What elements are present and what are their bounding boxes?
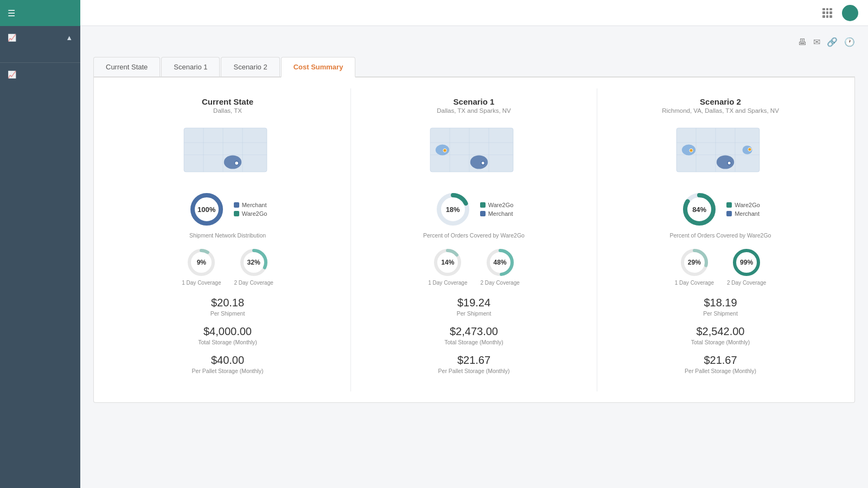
- coverage-1day-caption-1: 1 Day Coverage: [428, 280, 467, 286]
- scenario-title-1: Scenario 1: [364, 97, 584, 106]
- coverage-2day-caption-0: 2 Day Coverage: [234, 280, 273, 286]
- sidebar-item-new-analysis[interactable]: [0, 52, 80, 59]
- sidebar-analysis-icon: 📈: [8, 34, 16, 42]
- svg-point-37: [682, 145, 695, 156]
- coverage-2day-wrap-0: 32% 2 Day Coverage: [234, 247, 273, 286]
- small-donuts-row-2: 29% 1 Day Coverage 99% 2 Day Coverage: [610, 247, 831, 286]
- donut-caption-0: Shipment Network Distribution: [118, 232, 337, 239]
- legend-swatch: [234, 202, 239, 208]
- tab-cost-summary[interactable]: Cost Summary: [281, 57, 356, 78]
- coverage-2day-donut-1: 48%: [485, 247, 515, 278]
- legend-item: Merchant: [234, 202, 267, 208]
- coverage-1day-donut-2: 29%: [679, 247, 710, 278]
- legend-label: Ware2Go: [735, 202, 760, 208]
- coverage-1day-caption-0: 1 Day Coverage: [182, 280, 221, 286]
- donut-main-label-0: 100%: [197, 206, 215, 214]
- tab-current-state[interactable]: Current State: [93, 57, 160, 76]
- coverage-2day-wrap-2: 99% 2 Day Coverage: [727, 247, 766, 286]
- print-icon[interactable]: 🖶: [798, 37, 807, 47]
- legend-swatch: [726, 211, 732, 216]
- donut-main-label-1: 18%: [446, 206, 460, 214]
- scenario-subtitle-1: Dallas, TX and Sparks, NV: [364, 107, 584, 114]
- history-icon[interactable]: 🕐: [844, 37, 855, 47]
- total-storage-value-1: $2,473.00: [364, 325, 584, 338]
- coverage-1day-label-1: 14%: [441, 259, 454, 266]
- calculator-icon: 📈: [8, 70, 16, 79]
- panel: Current State Dallas, TX 100% Merchant: [93, 78, 855, 403]
- coverage-1day-donut-0: 9%: [186, 247, 216, 278]
- coverage-1day-wrap-1: 14% 1 Day Coverage: [428, 247, 467, 286]
- sidebar-item-business-calculator[interactable]: 📈: [0, 66, 80, 83]
- per-pallet-label-1: Per Pallet Storage (Monthly): [364, 368, 584, 374]
- map-container-2: [610, 123, 831, 182]
- donut-main-2: 84%: [681, 191, 718, 228]
- grid-icon[interactable]: [822, 8, 832, 18]
- svg-point-36: [717, 155, 734, 169]
- email-icon[interactable]: ✉: [813, 37, 820, 47]
- coverage-2day-donut-2: 99%: [731, 247, 762, 278]
- svg-point-41: [748, 147, 751, 151]
- legend-swatch: [234, 211, 239, 216]
- per-shipment-label-0: Per Shipment: [118, 310, 337, 317]
- link-icon[interactable]: 🔗: [827, 37, 838, 47]
- content-header: 🖶 ✉ 🔗 🕐: [93, 37, 855, 47]
- legend-item: Ware2Go: [726, 202, 760, 208]
- per-pallet-label-2: Per Pallet Storage (Monthly): [610, 368, 831, 374]
- donut-main-label-2: 84%: [692, 206, 706, 214]
- legend-swatch: [480, 202, 486, 208]
- topbar: [80, 0, 868, 26]
- per-shipment-value-0: $20.18: [118, 297, 337, 309]
- coverage-2day-donut-0: 32%: [239, 247, 269, 278]
- content-area: 🖶 ✉ 🔗 🕐 Current State Scenario 1 Scenari…: [80, 26, 868, 488]
- legend-label: Ware2Go: [242, 210, 267, 217]
- total-storage-label-2: Total Storage (Monthly): [610, 339, 831, 345]
- hamburger-icon[interactable]: ☰: [8, 8, 15, 18]
- total-storage-value-0: $4,000.00: [118, 325, 337, 338]
- tab-scenario2[interactable]: Scenario 2: [221, 57, 279, 76]
- per-pallet-label-0: Per Pallet Storage (Monthly): [118, 368, 337, 374]
- svg-point-6: [224, 155, 241, 169]
- scenario-title-0: Current State: [118, 97, 337, 106]
- per-pallet-value-2: $21.67: [610, 354, 831, 367]
- cost-section-1: $19.24 Per Shipment $2,473.00 Total Stor…: [364, 297, 584, 374]
- legend-label: Merchant: [735, 210, 760, 217]
- cost-section-0: $20.18 Per Shipment $4,000.00 Total Stor…: [118, 297, 337, 374]
- per-pallet-value-1: $21.67: [364, 354, 584, 367]
- sidebar-analysis-section[interactable]: 📈 ▲: [0, 26, 80, 44]
- coverage-2day-label-0: 32%: [247, 259, 260, 266]
- sidebar: ☰ 📈 ▲ 📈: [0, 0, 80, 488]
- legend-item: Ware2Go: [480, 202, 514, 208]
- tab-scenario1[interactable]: Scenario 1: [161, 57, 220, 76]
- sidebar-item-summary[interactable]: [0, 44, 80, 52]
- avatar[interactable]: [842, 5, 858, 21]
- svg-point-22: [481, 162, 484, 165]
- donut-main-1: 18%: [435, 191, 471, 228]
- legend-swatch: [726, 202, 732, 208]
- coverage-1day-label-2: 29%: [688, 259, 701, 266]
- topbar-actions: [803, 5, 858, 21]
- coverage-1day-wrap-0: 9% 1 Day Coverage: [182, 247, 221, 286]
- total-storage-label-0: Total Storage (Monthly): [118, 339, 337, 345]
- donut-main-section-2: 84% Ware2Go Merchant: [610, 191, 831, 228]
- donut-main-section-1: 18% Ware2Go Merchant: [364, 191, 584, 228]
- legend-label: Merchant: [488, 210, 513, 217]
- total-storage-value-2: $2,542.00: [610, 325, 831, 338]
- scenario-col-2: Scenario 2 Richmond, VA, Dallas, TX and …: [597, 88, 844, 391]
- scenario-title-2: Scenario 2: [610, 97, 831, 106]
- legend-item: Merchant: [726, 210, 760, 217]
- small-donuts-row-1: 14% 1 Day Coverage 48% 2 Day Coverage: [364, 247, 584, 286]
- small-donuts-row-0: 9% 1 Day Coverage 32% 2 Day Coverage: [118, 247, 337, 286]
- svg-point-7: [234, 161, 238, 165]
- legend-item: Ware2Go: [234, 210, 267, 217]
- donut-legend-0: Merchant Ware2Go: [234, 202, 267, 217]
- svg-point-39: [727, 162, 731, 165]
- coverage-1day-caption-2: 1 Day Coverage: [675, 280, 714, 286]
- per-shipment-label-1: Per Shipment: [364, 310, 584, 317]
- scenario-col-1: Scenario 1 Dallas, TX and Sparks, NV 18%: [351, 88, 597, 391]
- scenario-subtitle-2: Richmond, VA, Dallas, TX and Sparks, NV: [610, 107, 831, 114]
- svg-point-23: [443, 149, 446, 152]
- per-shipment-label-2: Per Shipment: [610, 310, 831, 317]
- coverage-1day-wrap-2: 29% 1 Day Coverage: [675, 247, 714, 286]
- scenario-col-0: Current State Dallas, TX 100% Merchant: [105, 88, 351, 391]
- donut-main-section-0: 100% Merchant Ware2Go: [118, 191, 337, 228]
